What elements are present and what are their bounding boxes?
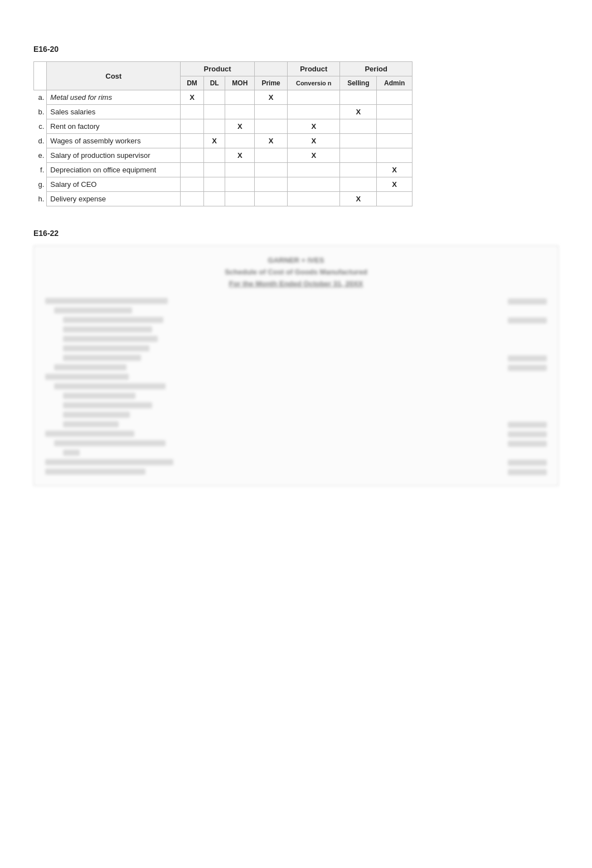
blurred-row-16 <box>45 438 547 448</box>
cell-admin: X <box>377 177 413 192</box>
cell-admin <box>377 192 413 206</box>
cell-admin <box>377 105 413 119</box>
cell-moh <box>225 134 255 148</box>
row-cost-label: Rent on factory <box>47 119 181 134</box>
table-row: c.Rent on factoryXX <box>34 119 413 134</box>
blurred-row-7 <box>45 353 547 363</box>
row-letter: g. <box>34 177 47 192</box>
blurred-row-2 <box>45 306 547 315</box>
cell-conversion <box>288 90 340 105</box>
cell-moh <box>225 90 255 105</box>
cell-conversion <box>288 177 340 192</box>
cell-dm <box>181 148 204 163</box>
blurred-row-15 <box>45 429 547 438</box>
blurred-row-13 <box>45 410 547 419</box>
e1622-content-box: GARNER + IVES Schedule of Cost of Goods … <box>33 245 559 486</box>
cell-moh: X <box>225 119 255 134</box>
cell-prime <box>255 148 288 163</box>
cell-moh <box>225 177 255 192</box>
cell-dl <box>203 148 225 163</box>
blurred-row-9 <box>45 372 547 382</box>
table-row: f.Depreciation on office equipmentX <box>34 163 413 177</box>
col-prime-header-spacer <box>255 62 288 76</box>
blurred-row-1 <box>45 296 547 306</box>
cell-selling <box>340 134 377 148</box>
col-moh: MOH <box>225 76 255 90</box>
cell-conversion: X <box>288 148 340 163</box>
cell-prime: X <box>255 134 288 148</box>
cell-dm <box>181 105 204 119</box>
table-row: a.Metal used for rimsXX <box>34 90 413 105</box>
cell-dm <box>181 134 204 148</box>
blurred-row-17 <box>45 448 547 457</box>
cell-selling <box>340 177 377 192</box>
row-cost-label: Metal used for rims <box>47 90 181 105</box>
blurred-row-18 <box>45 457 547 467</box>
cell-selling <box>340 119 377 134</box>
e1622-company-name: GARNER + IVES Schedule of Cost of Goods … <box>45 255 547 290</box>
table-row: b.Sales salariesX <box>34 105 413 119</box>
cell-admin <box>377 148 413 163</box>
cell-prime <box>255 163 288 177</box>
table-row: d.Wages of assembly workersXXX <box>34 134 413 148</box>
row-letter: b. <box>34 105 47 119</box>
cell-conversion <box>288 163 340 177</box>
col-prime: Prime <box>255 76 288 90</box>
cell-dm <box>181 192 204 206</box>
cell-dl <box>203 177 225 192</box>
section-e1622: E16-22 GARNER + IVES Schedule of Cost of… <box>33 229 559 486</box>
cost-table: Cost Product Product Period DM DL MOH Pr… <box>33 61 413 206</box>
row-cost-label: Sales salaries <box>47 105 181 119</box>
col-conversion: Conversio n <box>288 76 340 90</box>
cell-dl <box>203 119 225 134</box>
section-e1620-title: E16-20 <box>33 45 559 54</box>
cell-dm <box>181 177 204 192</box>
cell-conversion <box>288 105 340 119</box>
cell-moh: X <box>225 148 255 163</box>
col-dl: DL <box>203 76 225 90</box>
row-cost-label: Salary of production supervisor <box>47 148 181 163</box>
cell-prime <box>255 192 288 206</box>
col-selling: Selling <box>340 76 377 90</box>
blurred-row-8 <box>45 363 547 372</box>
row-letter: e. <box>34 148 47 163</box>
blurred-row-11 <box>45 391 547 401</box>
col-product2-header: Product <box>288 62 340 76</box>
cell-admin <box>377 119 413 134</box>
table-row: e.Salary of production supervisorXX <box>34 148 413 163</box>
cell-admin <box>377 90 413 105</box>
cell-dl <box>203 105 225 119</box>
col-period-header: Period <box>340 62 413 76</box>
row-cost-label: Delivery expense <box>47 192 181 206</box>
blurred-row-19 <box>45 467 547 476</box>
cell-dl: X <box>203 134 225 148</box>
cell-prime: X <box>255 90 288 105</box>
section-e1622-title: E16-22 <box>33 229 559 238</box>
table-row: g.Salary of CEOX <box>34 177 413 192</box>
cell-prime <box>255 177 288 192</box>
col-dm: DM <box>181 76 204 90</box>
cell-moh <box>225 192 255 206</box>
col-cost-header: Cost <box>47 62 181 90</box>
cell-dm: X <box>181 90 204 105</box>
col-admin: Admin <box>377 76 413 90</box>
row-letter: d. <box>34 134 47 148</box>
cell-moh <box>225 105 255 119</box>
blurred-row-10 <box>45 382 547 391</box>
cell-dl <box>203 192 225 206</box>
row-letter: f. <box>34 163 47 177</box>
cell-dm <box>181 163 204 177</box>
table-row: h.Delivery expenseX <box>34 192 413 206</box>
row-cost-label: Depreciation on office equipment <box>47 163 181 177</box>
row-letter: a. <box>34 90 47 105</box>
blurred-row-6 <box>45 344 547 353</box>
cell-selling: X <box>340 192 377 206</box>
cell-dm <box>181 119 204 134</box>
cell-dl <box>203 163 225 177</box>
cell-conversion: X <box>288 134 340 148</box>
cell-prime <box>255 119 288 134</box>
blurred-row-4 <box>45 325 547 334</box>
blurred-row-3 <box>45 315 547 325</box>
cell-selling <box>340 90 377 105</box>
col-product-header: Product <box>181 62 255 76</box>
